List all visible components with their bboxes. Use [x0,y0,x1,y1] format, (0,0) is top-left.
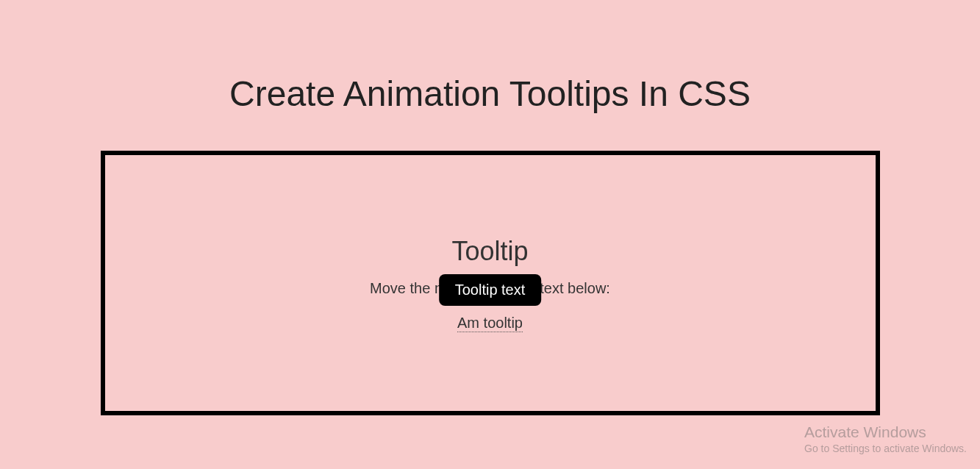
tooltip-trigger[interactable]: Am tooltip [457,315,523,332]
demo-container: Tooltip Move the mouse over the text bel… [101,151,880,415]
watermark-title: Activate Windows [804,423,967,441]
page-title: Create Animation Tooltips In CSS [0,74,980,114]
windows-watermark: Activate Windows Go to Settings to activ… [804,423,967,454]
watermark-subtitle: Go to Settings to activate Windows. [804,443,967,454]
tooltip-popup: Tooltip text [439,274,542,306]
instruction-wrapper: Move the mouse over the text below: Tool… [370,280,610,315]
tooltip-heading: Tooltip [105,236,876,267]
